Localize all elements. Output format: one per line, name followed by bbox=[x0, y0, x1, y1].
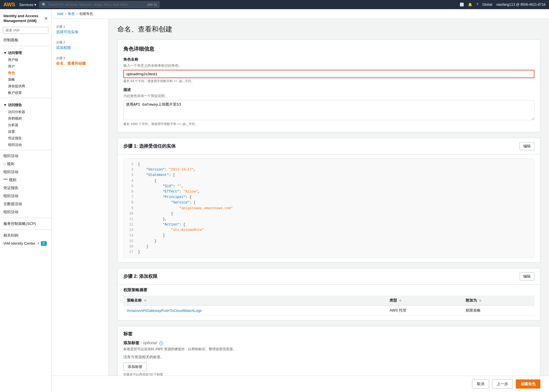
sort-icon-name: ⇅ bbox=[144, 299, 146, 302]
services-chevron-icon: ▾ bbox=[34, 3, 36, 7]
sidebar-item-policies[interactable]: 策略 bbox=[5, 76, 51, 83]
main-content: IAM › 角色 › 创建角色 步骤 1 选择可信实体 步骤 2 添加权限 步骤… bbox=[52, 9, 549, 392]
step-3-name[interactable]: 命名、查看和创建 bbox=[56, 61, 104, 66]
code-line-4: 4 { bbox=[128, 178, 530, 184]
breadcrumb-iam[interactable]: IAM bbox=[57, 12, 63, 16]
add-tag-button[interactable]: 添加标签 bbox=[123, 363, 147, 371]
code-line-8: 8 "Service": [ bbox=[128, 200, 530, 205]
sidebar-item-org6[interactable]: 组织活动 bbox=[0, 192, 51, 200]
step-2-name[interactable]: 添加权限 bbox=[56, 45, 104, 50]
code-line-11: 11 }, bbox=[128, 217, 530, 222]
col-name-label: 策略名称 bbox=[127, 298, 142, 302]
policy-name-link[interactable]: AmazonAPIGatewayPushToCloudWatchLogs bbox=[127, 308, 202, 313]
role-name-label: 角色名称 bbox=[123, 57, 534, 62]
sidebar-item-identity-center[interactable]: IAM Identity Center ↗ 新 bbox=[0, 239, 51, 248]
sidebar-item-roles[interactable]: 角色 bbox=[5, 70, 51, 76]
breadcrumb: IAM › 角色 › 创建角色 bbox=[52, 9, 549, 19]
step2-section: 步骤 2: 添加权限 编辑 权限策略摘要 策略名称 ⇅ bbox=[117, 268, 540, 320]
sidebar-section-access-mgmt[interactable]: ▼ 访问管理 bbox=[0, 48, 51, 57]
user-menu[interactable]: xiaofang113 @ 9506-4621-8716 bbox=[496, 3, 546, 7]
table-row: AmazonAPIGatewayPushToCloudWatchLogs AWS… bbox=[123, 306, 534, 316]
sidebar-item-credential2[interactable]: 凭证报告 bbox=[0, 184, 51, 192]
tags-title: 标签 bbox=[123, 331, 534, 337]
sidebar-item-access-analyzer[interactable]: 访问分析器 bbox=[5, 109, 51, 115]
role-name-hint: 输入一个有意义的名称来标识此角色。 bbox=[123, 63, 534, 68]
section-arrow-icon2: ▼ bbox=[3, 103, 7, 107]
step1-edit-button[interactable]: 编辑 bbox=[520, 142, 534, 150]
sidebar-item-analyzer[interactable]: 分析器 bbox=[5, 122, 51, 128]
add-tags-subtitle: 添加标签 - optional i bbox=[123, 340, 534, 346]
monitor-icon[interactable]: ⬜ bbox=[460, 3, 464, 7]
new-badge: 新 bbox=[41, 241, 47, 246]
sidebar-item-org-activity3[interactable]: -- 视则 bbox=[0, 160, 51, 168]
sidebar-item-account-settings[interactable]: 账户设置 bbox=[5, 90, 51, 96]
cancel-button[interactable]: 取消 bbox=[472, 379, 489, 389]
create-role-button[interactable]: 创建角色 bbox=[516, 379, 540, 389]
sidebar-item-credential-report[interactable]: 凭证报告 bbox=[5, 135, 51, 142]
services-label: Services bbox=[19, 3, 33, 7]
prev-step-button[interactable]: 上一步 bbox=[492, 379, 513, 389]
step-1-name[interactable]: 选择可信实体 bbox=[56, 29, 104, 35]
sidebar-item-org-activity[interactable]: 组织活动 bbox=[5, 142, 51, 148]
optional-text: - optional bbox=[141, 340, 157, 345]
main-layout: Identity and Access Management (IAM) ✕ 控… bbox=[0, 9, 549, 392]
search-input[interactable] bbox=[48, 3, 146, 7]
desc-textarea[interactable]: 使用API Gateway上传图片至S3 bbox=[123, 100, 534, 120]
step1-section-header: 步骤 1: 选择受信任的实体 编辑 bbox=[118, 138, 540, 155]
services-menu[interactable]: Services ▾ bbox=[19, 3, 36, 7]
sidebar-item-org-activity4[interactable]: 组织活动 bbox=[0, 168, 51, 176]
sidebar-item-related[interactable]: 相关到则 bbox=[0, 231, 51, 239]
nav-right-area: ⬜ 🔔 ? Global xiaofang113 @ 9506-4621-871… bbox=[460, 3, 546, 7]
sidebar-search-input[interactable] bbox=[3, 27, 48, 34]
sidebar-item-settings[interactable]: 设置 bbox=[5, 128, 51, 135]
sidebar-close-icon[interactable]: ✕ bbox=[44, 16, 48, 21]
bottom-action-bar: 取消 上一步 创建角色 bbox=[52, 376, 549, 392]
policy-col-type[interactable]: 类型 ⇅ bbox=[386, 296, 462, 306]
identity-center-label: IAM Identity Center bbox=[3, 241, 35, 246]
tags-info-icon[interactable]: i bbox=[159, 341, 163, 345]
step2-edit-button[interactable]: 编辑 bbox=[520, 272, 534, 280]
section-label: 访问管理 bbox=[8, 51, 22, 56]
sidebar-item-org-activity2[interactable]: 组织活动 bbox=[0, 152, 51, 160]
code-line-14: 14 ] bbox=[128, 233, 530, 238]
step-3-label: 步骤 3 bbox=[56, 56, 104, 60]
code-line-13: 13 "sts:AssumeRole" bbox=[128, 227, 530, 233]
breadcrumb-roles[interactable]: 角色 bbox=[68, 11, 75, 16]
code-line-7: 7 "Principal": { bbox=[128, 195, 530, 200]
sidebar-item-archive-rules[interactable]: 存档视则 bbox=[5, 115, 51, 122]
sidebar-item-dashboard[interactable]: 控制面板 bbox=[0, 36, 51, 44]
form-area: 命名、查看和创建 角色详细信息 角色名称 输入一个有意义的名称来标识此角色。 最… bbox=[109, 19, 549, 392]
global-region-selector[interactable]: Global bbox=[482, 3, 492, 7]
step2-section-header: 步骤 2: 添加权限 编辑 bbox=[118, 268, 540, 285]
global-search-bar[interactable]: 🔍 [Alt+S] bbox=[39, 1, 159, 8]
help-icon[interactable]: ? bbox=[476, 3, 478, 7]
no-tags-text: 没有与资源相关的标签。 bbox=[123, 355, 534, 360]
role-name-input[interactable] bbox=[123, 70, 534, 78]
permissions-title: 权限策略摘要 bbox=[123, 288, 534, 293]
sidebar-item-groups[interactable]: 用户组 bbox=[5, 57, 51, 63]
policy-col-attached[interactable]: 附加为 ⇅ bbox=[462, 296, 534, 306]
role-name-field: 角色名称 输入一个有意义的名称来标识此角色。 最长 64 个字符。请使用字母数字… bbox=[123, 57, 534, 83]
sidebar-section-access-reports[interactable]: ▼ 访问报告 bbox=[0, 100, 51, 109]
sidebar-item-org-activity5[interactable]: *** 视则 bbox=[0, 176, 51, 184]
aws-logo: AWS bbox=[3, 2, 15, 8]
desc-char-hint: 最长 1000 个字符。请使用字母数字和 +=,.@-_字符。 bbox=[123, 122, 534, 126]
sidebar-item-scp[interactable]: 服务控制策略(SCP) bbox=[0, 220, 51, 228]
policy-col-name[interactable]: 策略名称 ⇅ bbox=[123, 296, 386, 306]
add-tags-hint: 标签是您可以添加到 AWS 资源的键值对，以帮助标识、整理或查找资源。 bbox=[123, 347, 534, 352]
code-line-2: 2 "Version": "2012-10-17", bbox=[128, 167, 530, 173]
step1-section: 步骤 1: 选择受信任的实体 编辑 1{ 2 "Version": "2012-… bbox=[117, 138, 540, 262]
sidebar-item-users[interactable]: 用户 bbox=[5, 63, 51, 70]
policy-table: 策略名称 ⇅ 类型 ⇅ 附加为 ⇅ bbox=[123, 296, 534, 316]
steps-panel: 步骤 1 选择可信实体 步骤 2 添加权限 步骤 3 命名、查看和创建 bbox=[52, 19, 109, 392]
section-label2: 访问报告 bbox=[8, 103, 22, 108]
code-line-1: 1{ bbox=[128, 162, 530, 167]
role-name-char-hint: 最长 64 个字符。请使用字母数字和 +=,.@-_字符。 bbox=[123, 79, 534, 83]
sidebar-item-org8[interactable]: 组织活动 bbox=[0, 208, 51, 216]
sidebar-item-identity-providers[interactable]: 身份提供商 bbox=[5, 83, 51, 90]
sort-icon-attached: ⇅ bbox=[479, 299, 481, 302]
sidebar-item-org7[interactable]: 元数据活动 bbox=[0, 200, 51, 208]
search-shortcut: [Alt+S] bbox=[147, 3, 157, 6]
top-navigation: AWS Services ▾ 🔍 [Alt+S] ⬜ 🔔 ? Global xi… bbox=[0, 0, 549, 9]
bell-icon[interactable]: 🔔 bbox=[468, 3, 472, 7]
